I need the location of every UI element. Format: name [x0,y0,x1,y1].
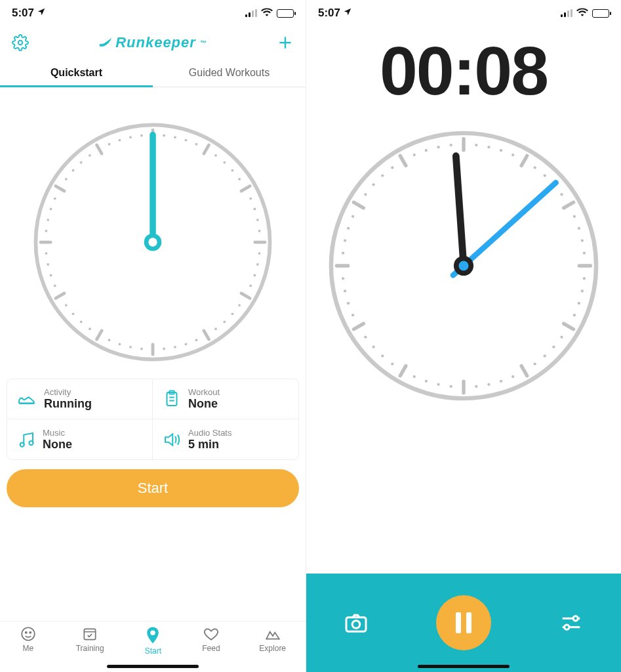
add-button[interactable] [274,32,296,54]
location-icon [37,7,46,20]
svg-point-10 [231,169,234,172]
svg-point-53 [65,178,68,180]
svg-point-81 [544,174,546,177]
tab-me[interactable]: Me [20,625,37,653]
svg-point-76 [487,146,490,148]
svg-point-105 [450,385,452,388]
settings-sliders-button[interactable] [551,603,591,642]
clipboard-icon [162,389,182,409]
svg-point-133 [450,144,452,146]
svg-point-39 [80,321,83,324]
svg-point-54 [72,169,75,172]
svg-point-0 [18,41,23,45]
home-indicator[interactable] [107,665,199,668]
svg-point-50 [50,208,52,211]
screen-running: 5:07 00:08 [306,0,621,672]
option-label: Audio Stats [188,428,232,438]
pause-button[interactable] [436,595,491,650]
option-value: Running [44,397,92,411]
speaker-icon [162,430,182,450]
svg-line-94 [564,324,574,329]
svg-point-9 [223,161,226,164]
svg-point-59 [119,139,121,142]
brand-logo: Runkeeper™ [98,34,207,51]
cellular-icon [245,9,257,17]
svg-point-68 [22,627,35,640]
svg-point-72 [151,631,156,636]
svg-point-131 [425,149,428,152]
svg-point-30 [174,346,176,348]
svg-point-55 [80,161,83,164]
svg-point-34 [129,346,132,348]
option-music[interactable]: Music None [7,419,153,459]
settings-button[interactable] [9,32,31,54]
svg-line-42 [56,293,64,299]
svg-point-88 [583,252,586,255]
home-indicator[interactable] [418,665,510,668]
svg-point-49 [47,219,49,221]
svg-point-98 [534,362,536,365]
svg-point-85 [573,215,576,218]
svg-point-56 [89,154,91,157]
svg-point-110 [391,362,393,365]
elapsed-time: 00:08 [306,37,621,105]
svg-point-100 [511,375,514,378]
svg-point-106 [437,383,439,386]
svg-point-77 [500,149,502,152]
tab-training[interactable]: Training [76,625,104,653]
tab-guided-workouts[interactable]: Guided Workouts [153,59,306,87]
svg-point-137 [458,261,468,270]
brand-swirl-icon [98,35,113,50]
svg-point-5 [185,139,188,142]
svg-point-128 [391,166,393,169]
start-button[interactable]: Start [7,469,299,507]
svg-line-12 [241,186,250,192]
svg-point-58 [108,143,111,146]
svg-point-97 [544,354,546,357]
tab-explore[interactable]: Explore [259,625,286,653]
svg-point-90 [583,277,586,280]
option-value: 5 min [188,438,232,452]
status-bar: 5:07 [0,0,306,26]
svg-point-36 [108,339,111,341]
option-label: Workout [188,387,220,397]
tab-label: Training [76,644,104,653]
svg-point-51 [54,198,56,200]
svg-point-29 [185,343,188,346]
svg-rect-71 [84,629,95,639]
svg-line-129 [400,156,406,165]
svg-line-124 [353,202,363,208]
battery-icon [277,9,294,18]
camera-button[interactable] [336,603,376,642]
run-controls [306,574,621,672]
svg-line-99 [521,366,527,376]
svg-point-126 [372,183,374,186]
svg-line-57 [97,145,102,154]
svg-point-31 [163,348,165,350]
svg-point-141 [573,616,578,621]
svg-point-24 [231,312,234,315]
svg-point-87 [581,239,584,242]
svg-point-113 [364,336,367,339]
tab-label: Me [23,644,34,653]
tab-start[interactable]: Start [143,625,163,656]
svg-line-109 [400,366,406,376]
screen-quickstart: 5:07 Runkeeper™ [0,0,306,672]
option-workout[interactable]: Workout None [153,379,298,419]
svg-point-108 [413,375,416,378]
svg-point-44 [50,274,52,277]
svg-point-46 [45,252,48,255]
cellular-icon [561,9,572,17]
tab-quickstart[interactable]: Quickstart [0,59,153,87]
svg-point-86 [578,227,580,230]
option-activity[interactable]: Activity Running [7,379,153,419]
svg-point-96 [552,346,555,348]
option-audio-stats[interactable]: Audio Stats 5 min [153,419,298,459]
svg-line-22 [241,293,250,299]
svg-point-143 [565,625,569,629]
svg-point-117 [344,289,346,292]
svg-point-93 [573,314,576,316]
svg-point-139 [352,621,360,629]
svg-point-130 [413,154,416,156]
tab-feed[interactable]: Feed [202,625,220,653]
